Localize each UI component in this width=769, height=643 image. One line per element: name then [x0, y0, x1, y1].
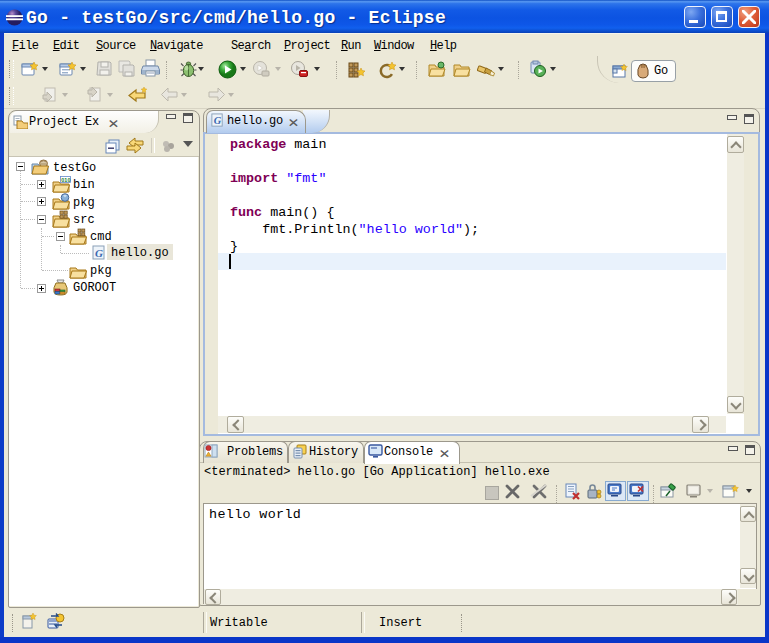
svg-text:G: G: [214, 115, 222, 126]
svg-text:010: 010: [61, 177, 70, 183]
svg-text:G: G: [95, 247, 103, 259]
